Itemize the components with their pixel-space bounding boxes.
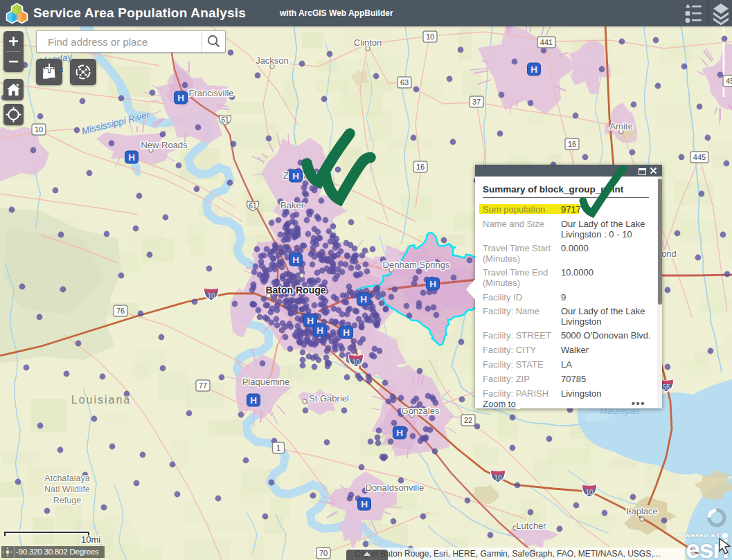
- svg-text:H: H: [128, 152, 135, 163]
- svg-text:ond: ond: [661, 249, 677, 259]
- svg-text:H: H: [343, 327, 350, 338]
- svg-text:45: 45: [726, 77, 732, 85]
- svg-text:1: 1: [276, 444, 280, 452]
- svg-text:Natl Wildlife: Natl Wildlife: [44, 485, 90, 494]
- svg-text:441: 441: [540, 38, 553, 46]
- svg-text:Baker: Baker: [280, 200, 305, 210]
- svg-text:77: 77: [199, 381, 207, 390]
- svg-text:Clinton: Clinton: [354, 37, 382, 48]
- svg-text:Plaquemine: Plaquemine: [242, 377, 290, 387]
- svg-text:16: 16: [568, 140, 576, 148]
- svg-text:70: 70: [319, 549, 328, 557]
- svg-text:H: H: [429, 279, 436, 289]
- svg-text:Baton Rouge: Baton Rouge: [265, 284, 325, 296]
- svg-text:445: 445: [693, 153, 706, 161]
- svg-text:76: 76: [116, 307, 125, 315]
- svg-text:New Roads: New Roads: [141, 140, 188, 150]
- svg-text:H: H: [316, 325, 323, 336]
- svg-text:H: H: [292, 255, 299, 265]
- svg-text:10: 10: [352, 359, 360, 366]
- svg-text:61: 61: [221, 116, 229, 124]
- svg-text:10: 10: [426, 33, 434, 41]
- svg-text:H: H: [361, 499, 368, 509]
- svg-text:Denham Springs: Denham Springs: [383, 260, 450, 270]
- svg-text:22: 22: [464, 416, 472, 424]
- svg-text:Donaldsonville: Donaldsonville: [366, 482, 425, 493]
- svg-text:St Gabriel: St Gabriel: [309, 393, 349, 404]
- svg-text:H: H: [396, 428, 403, 438]
- svg-text:Laplace: Laplace: [626, 506, 658, 516]
- svg-text:63: 63: [400, 78, 409, 87]
- svg-text:Louisiana: Louisiana: [71, 394, 132, 406]
- svg-text:H: H: [250, 395, 257, 406]
- svg-text:Gonzales: Gonzales: [402, 406, 440, 416]
- svg-text:10: 10: [494, 474, 502, 482]
- svg-text:37: 37: [472, 98, 481, 106]
- svg-text:55: 55: [662, 383, 670, 391]
- svg-text:Francisville: Francisville: [188, 88, 233, 98]
- svg-text:10: 10: [35, 125, 43, 134]
- svg-text:Lutcher: Lutcher: [516, 521, 546, 531]
- svg-text:Jackson: Jackson: [256, 55, 289, 66]
- svg-text:H: H: [292, 171, 299, 181]
- svg-text:H: H: [177, 93, 184, 103]
- svg-text:H: H: [360, 294, 367, 305]
- svg-text:H: H: [530, 64, 537, 75]
- svg-text:61: 61: [249, 202, 257, 210]
- svg-text:Refuge: Refuge: [53, 496, 81, 505]
- svg-text:10: 10: [585, 489, 593, 496]
- svg-text:Amite: Amite: [609, 121, 632, 132]
- svg-text:Atchafalaya: Atchafalaya: [44, 473, 89, 483]
- svg-text:10: 10: [207, 292, 215, 300]
- svg-text:16: 16: [416, 163, 425, 171]
- svg-text:10mi: 10mi: [81, 534, 100, 545]
- svg-text:H: H: [307, 316, 314, 326]
